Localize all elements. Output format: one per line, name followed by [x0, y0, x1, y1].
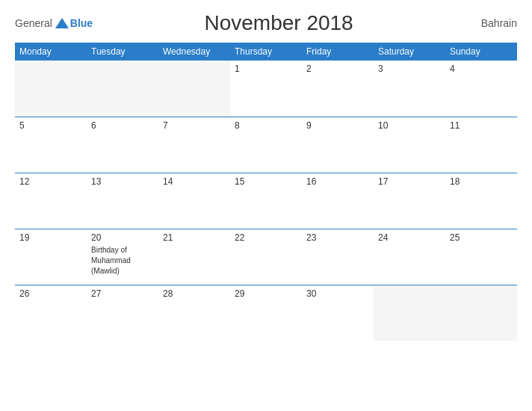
- calendar-week-row: 1234: [15, 61, 517, 117]
- calendar-day: 20Birthday of Muhammad (Mawlid): [87, 229, 158, 285]
- day-number: 23: [306, 232, 369, 243]
- calendar-day: 7: [158, 117, 230, 173]
- day-number: 7: [163, 120, 226, 131]
- calendar-day: 24: [374, 229, 445, 285]
- calendar-day: 8: [230, 117, 302, 173]
- calendar-day: 12: [15, 173, 87, 229]
- calendar-day: [87, 61, 158, 117]
- day-number: 14: [163, 176, 226, 187]
- calendar-day: [15, 61, 87, 117]
- day-event: Birthday of Muhammad (Mawlid): [91, 246, 131, 275]
- day-number: 1: [235, 64, 297, 74]
- header-thursday: Thursday: [230, 43, 302, 61]
- day-number: 21: [163, 232, 226, 243]
- calendar-day: 23: [302, 229, 374, 285]
- header-tuesday: Tuesday: [87, 43, 158, 61]
- header-saturday: Saturday: [374, 43, 445, 61]
- calendar-day: 2: [302, 61, 374, 117]
- header-sunday: Sunday: [445, 43, 517, 61]
- calendar-title: November 2018: [93, 11, 465, 35]
- calendar-day: 21: [158, 229, 230, 285]
- svg-marker-0: [55, 18, 69, 28]
- day-number: 18: [450, 176, 513, 187]
- calendar-day: 13: [87, 173, 158, 229]
- calendar-day: [374, 285, 445, 341]
- weekday-header-row: Monday Tuesday Wednesday Thursday Friday…: [15, 43, 517, 61]
- day-number: 13: [91, 176, 154, 187]
- calendar-day: 22: [230, 229, 302, 285]
- calendar-day: 1: [230, 61, 302, 117]
- calendar-day: 16: [302, 173, 374, 229]
- calendar-day: 25: [445, 229, 517, 285]
- calendar-day: 15: [230, 173, 302, 229]
- calendar-day: [158, 61, 230, 117]
- calendar-day: 3: [374, 61, 445, 117]
- day-number: 5: [19, 120, 82, 131]
- calendar-day: 27: [87, 285, 158, 341]
- day-number: 6: [91, 120, 154, 131]
- day-number: 11: [450, 120, 513, 131]
- day-number: 3: [378, 64, 441, 74]
- calendar-day: 19: [15, 229, 87, 285]
- calendar-header: General Blue November 2018 Bahrain: [15, 11, 517, 35]
- day-number: 26: [19, 288, 82, 299]
- day-number: 15: [235, 176, 297, 187]
- day-number: 30: [306, 288, 369, 299]
- calendar-day: 26: [15, 285, 87, 341]
- calendar-day: 4: [445, 61, 517, 117]
- day-number: 25: [450, 232, 513, 243]
- logo-blue-text: Blue: [70, 17, 93, 29]
- day-number: 20: [91, 232, 154, 243]
- header-wednesday: Wednesday: [158, 43, 230, 61]
- logo: General Blue: [15, 16, 93, 30]
- calendar-week-row: 1920Birthday of Muhammad (Mawlid)2122232…: [15, 229, 517, 285]
- calendar-table: Monday Tuesday Wednesday Thursday Friday…: [15, 43, 517, 341]
- day-number: 4: [450, 64, 513, 74]
- calendar-page: General Blue November 2018 Bahrain Monda…: [0, 0, 532, 411]
- calendar-day: 30: [302, 285, 374, 341]
- day-number: 29: [235, 288, 297, 299]
- calendar-day: 9: [302, 117, 374, 173]
- calendar-day: 28: [158, 285, 230, 341]
- calendar-day: 11: [445, 117, 517, 173]
- calendar-day: 10: [374, 117, 445, 173]
- calendar-day: 5: [15, 117, 87, 173]
- calendar-day: 6: [87, 117, 158, 173]
- day-number: 22: [235, 232, 297, 243]
- calendar-week-row: 12131415161718: [15, 173, 517, 229]
- day-number: 8: [235, 120, 297, 131]
- logo-general-text: General: [15, 17, 52, 29]
- logo-icon: [54, 16, 70, 30]
- header-friday: Friday: [302, 43, 374, 61]
- calendar-day: 17: [374, 173, 445, 229]
- day-number: 9: [306, 120, 369, 131]
- calendar-week-row: 567891011: [15, 117, 517, 173]
- calendar-country: Bahrain: [465, 17, 517, 29]
- header-monday: Monday: [15, 43, 87, 61]
- day-number: 19: [19, 232, 82, 243]
- day-number: 17: [378, 176, 441, 187]
- day-number: 10: [378, 120, 441, 131]
- calendar-day: 14: [158, 173, 230, 229]
- calendar-day: 18: [445, 173, 517, 229]
- calendar-week-row: 2627282930: [15, 285, 517, 341]
- day-number: 2: [306, 64, 369, 74]
- calendar-day: 29: [230, 285, 302, 341]
- day-number: 16: [306, 176, 369, 187]
- day-number: 27: [91, 288, 154, 299]
- day-number: 12: [19, 176, 82, 187]
- calendar-day: [445, 285, 517, 341]
- day-number: 24: [378, 232, 441, 243]
- day-number: 28: [163, 288, 226, 299]
